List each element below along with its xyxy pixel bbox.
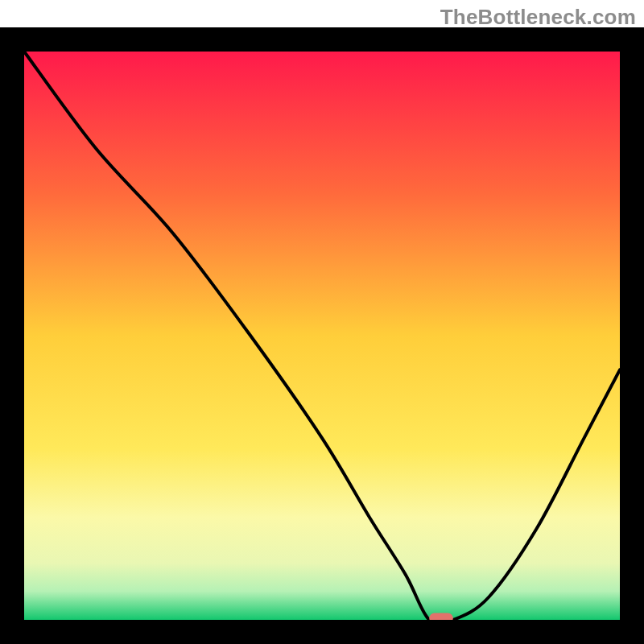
gradient-background (24, 52, 620, 620)
chart-stage: TheBottleneck.com (0, 0, 644, 644)
watermark-text: TheBottleneck.com (440, 5, 636, 30)
bottleneck-chart (0, 0, 644, 644)
